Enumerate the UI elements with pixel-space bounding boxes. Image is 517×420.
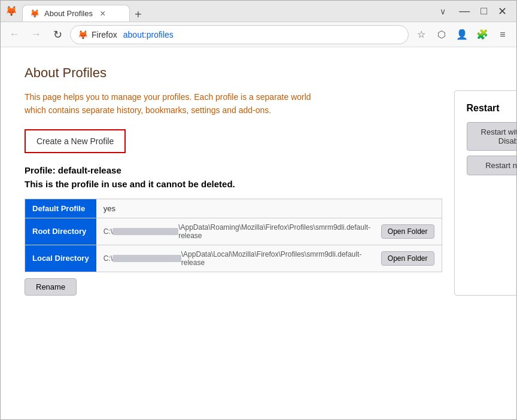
nav-icons: ☆ ⬡ 👤 🧩 ≡: [412, 26, 512, 44]
root-open-folder-button[interactable]: Open Folder: [381, 224, 434, 239]
address-bar[interactable]: 🦊 Firefox about:profiles: [70, 25, 409, 44]
root-path-suffix: \AppData\Roaming\Mozilla\Firefox\Profile…: [178, 223, 376, 240]
new-tab-button[interactable]: +: [130, 8, 147, 22]
menu-button[interactable]: ≡: [494, 26, 512, 44]
profile-name: Profile: default-release: [25, 165, 442, 175]
restart-box: Restart Restart with Add-ons Disabled...…: [454, 90, 517, 296]
table-row: Default Profile yes: [25, 199, 442, 218]
page-content: About Profiles This page helps you to ma…: [1, 47, 516, 419]
nav-bar: ← → ↻ 🦊 Firefox about:profiles ☆ ⬡ 👤 🧩 ≡: [1, 22, 516, 47]
page-title: About Profiles: [25, 65, 492, 81]
tab-bar-left: 🦊: [5, 5, 17, 17]
local-directory-label: Local Directory: [25, 245, 96, 272]
local-directory-value: C:\ \AppData\Local\Mozilla\Firefox\Profi…: [96, 245, 442, 272]
local-path-prefix: C:\: [104, 254, 112, 263]
root-path-prefix: C:\: [104, 227, 112, 236]
bookmark-button[interactable]: ☆: [412, 26, 430, 44]
address-url: about:profiles: [123, 30, 174, 39]
address-favicon-icon: 🦊: [78, 30, 88, 39]
back-button[interactable]: ←: [5, 26, 23, 44]
restart-addons-button[interactable]: Restart with Add-ons Disabled...: [467, 122, 517, 151]
profile-table: Default Profile yes Root Directory C:\ \…: [25, 199, 442, 272]
table-row: Root Directory C:\ \AppData\Roaming\Mozi…: [25, 218, 442, 245]
profile-notice: This is the profile in use and it cannot…: [25, 179, 442, 189]
create-new-profile-button[interactable]: Create a New Profile: [25, 129, 126, 153]
active-tab[interactable]: 🦊 About Profiles ×: [22, 5, 130, 22]
root-path-blurred: [112, 228, 178, 235]
page-layout: This page helps you to manage your profi…: [25, 90, 492, 296]
table-row: Local Directory C:\ \AppData\Local\Mozil…: [25, 245, 442, 272]
tab-title: About Profiles: [44, 9, 93, 18]
browser-window: 🦊 🦊 About Profiles × + ∨ — □ ✕ ← → ↻ 🦊 F…: [0, 0, 517, 420]
rename-button[interactable]: Rename: [25, 278, 77, 296]
local-open-folder-button[interactable]: Open Folder: [381, 251, 434, 266]
close-button[interactable]: ✕: [493, 4, 512, 19]
maximize-button[interactable]: □: [476, 4, 492, 19]
restart-normally-button[interactable]: Restart normally...: [467, 156, 517, 175]
pocket-button[interactable]: ⬡: [433, 26, 451, 44]
reload-button[interactable]: ↻: [48, 26, 66, 44]
tab-favicon-icon: 🦊: [30, 9, 39, 19]
local-path-suffix: \AppData\Local\Mozilla\Firefox\Profiles\…: [181, 250, 376, 267]
page-main: This page helps you to manage your profi…: [25, 90, 442, 296]
account-button[interactable]: 👤: [453, 26, 471, 44]
local-path-blurred: [112, 255, 181, 262]
page-description: This page helps you to manage your profi…: [25, 90, 312, 117]
default-profile-label: Default Profile: [25, 199, 96, 218]
tab-close-button[interactable]: ×: [100, 9, 105, 19]
forward-button[interactable]: →: [27, 26, 45, 44]
tab-bar: 🦊 About Profiles × +: [22, 1, 431, 22]
root-directory-label: Root Directory: [25, 218, 96, 245]
tab-dropdown-button[interactable]: ∨: [436, 5, 449, 17]
extensions-button[interactable]: 🧩: [473, 26, 491, 44]
tab-favicon-icon: 🦊: [5, 5, 17, 17]
restart-title: Restart: [467, 103, 517, 114]
minimize-button[interactable]: —: [454, 4, 475, 19]
address-site-name: Firefox: [92, 30, 117, 39]
title-bar: 🦊 🦊 About Profiles × + ∨ — □ ✕: [1, 1, 516, 22]
window-controls: — □ ✕: [454, 4, 512, 19]
default-profile-value: yes: [96, 199, 442, 218]
root-directory-value: C:\ \AppData\Roaming\Mozilla\Firefox\Pro…: [96, 218, 442, 245]
